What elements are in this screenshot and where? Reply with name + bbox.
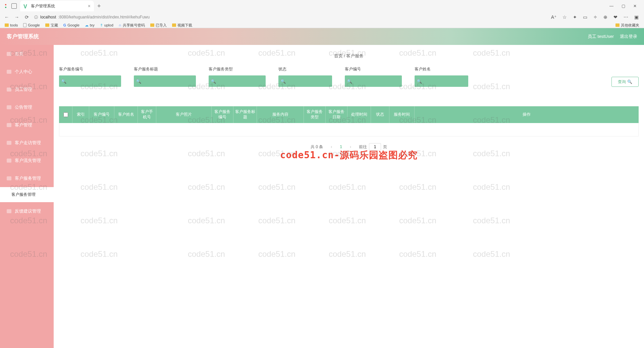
header-right: 员工 testUser 退出登录: [588, 34, 637, 40]
site-info-icon[interactable]: ⓘ: [34, 15, 38, 19]
search-input[interactable]: [143, 79, 194, 83]
select-all-checkbox[interactable]: [63, 112, 68, 117]
search-field-service-type: 客户服务类型 🔍: [209, 66, 266, 87]
url-host: localhost: [40, 15, 56, 19]
th-index: 索引: [72, 106, 89, 123]
search-input[interactable]: [288, 79, 338, 83]
bookmark-item[interactable]: 已导入: [150, 23, 167, 28]
forward-button[interactable]: →: [13, 14, 20, 20]
extensions-icon[interactable]: ✦: [573, 14, 577, 20]
th-service-title: 客户服务标题: [233, 106, 257, 123]
favorite-icon[interactable]: ☆: [562, 14, 567, 20]
search-input-wrap[interactable]: 🔍: [59, 75, 121, 87]
downloads-icon[interactable]: ⊕: [603, 14, 607, 20]
sidebar-item-customer[interactable]: 客户管理: [0, 116, 54, 134]
th-service-date: 客户服务日期: [326, 106, 347, 123]
search-icon: 🔍: [280, 79, 286, 84]
pagination-total: 共 0 条: [311, 144, 323, 150]
page-number[interactable]: 1: [340, 144, 342, 149]
tab-title: 客户管理系统: [31, 3, 55, 9]
new-tab-button[interactable]: +: [97, 3, 101, 10]
sidebar-subitem-service-manage[interactable]: 客户服务管理: [0, 187, 54, 202]
collections-icon[interactable]: ▭: [583, 14, 587, 20]
search-input-wrap[interactable]: 🔍: [345, 75, 402, 87]
bookmark-item[interactable]: ∩共享账号密码: [119, 23, 145, 28]
sidebar-item-visit[interactable]: 客户走访管理: [0, 134, 54, 152]
bookmark-item[interactable]: ⇑uplod: [100, 23, 113, 27]
next-page-button[interactable]: ›: [347, 143, 354, 151]
search-label: 状态: [278, 66, 332, 72]
query-button[interactable]: 查询🔍: [611, 77, 639, 87]
th-select-all[interactable]: [59, 106, 72, 123]
page-jump-input[interactable]: [369, 143, 381, 151]
breadcrumb-home[interactable]: 首页: [334, 53, 343, 58]
th-customer-photo: 客户照片: [156, 106, 212, 123]
sidebar-toggle-icon[interactable]: ▣: [634, 14, 639, 20]
folder-icon: [615, 23, 620, 27]
bookmark-item[interactable]: Google: [23, 23, 40, 27]
back-button[interactable]: ←: [3, 14, 10, 20]
overlay-text: code51.cn-源码乐园盗图必究: [280, 149, 418, 162]
bookmarks-bar: tools Google 宝藏 GGoogle ☁txy ⇑uplod ∩共享账…: [0, 22, 644, 28]
browser-tab[interactable]: V 客户管理系统 ×: [20, 1, 94, 11]
bookmark-item[interactable]: tools: [5, 23, 18, 27]
search-icon: 🔍: [211, 79, 216, 84]
search-icon: 🔍: [347, 79, 352, 84]
workspace-icon[interactable]: [11, 3, 17, 9]
search-icon: 🔍: [61, 79, 66, 84]
th-customer-no: 客户编号: [89, 106, 114, 123]
sidebar-item-notice[interactable]: 公告管理: [0, 98, 54, 116]
sidebar: 首页 个人中心 员工管理 公告管理 客户管理 客户走访管理 客户流失管理 客户服…: [0, 45, 54, 348]
vue-favicon-icon: V: [23, 4, 28, 8]
text-size-icon[interactable]: A⁺: [551, 14, 556, 20]
address-bar[interactable]: ⓘ localhost:8080/kehuguanli/admin/dist/i…: [34, 15, 548, 19]
tab-close-icon[interactable]: ×: [88, 3, 91, 9]
maximize-button[interactable]: ▢: [622, 4, 625, 8]
logout-link[interactable]: 退出登录: [620, 34, 637, 40]
reading-list-icon[interactable]: ✧: [593, 14, 597, 20]
search-input-wrap[interactable]: 🔍: [415, 75, 468, 87]
sidebar-item-profile[interactable]: 个人中心: [0, 63, 54, 80]
th-service-content: 服务内容: [257, 106, 304, 123]
table-header: 索引 客户编号 客户姓名 客户手机号 客户照片 客户服务编号 客户服务标题 服务…: [59, 106, 639, 123]
sidebar-item-loss[interactable]: 客户流失管理: [0, 152, 54, 169]
search-input-wrap[interactable]: 🔍: [278, 75, 332, 87]
sidebar-item-home[interactable]: 首页: [0, 45, 54, 63]
search-input[interactable]: [354, 79, 405, 83]
performance-icon[interactable]: ❤: [613, 14, 618, 20]
bookmark-item[interactable]: GGoogle: [63, 23, 79, 27]
search-label: 客户编号: [345, 66, 402, 72]
th-service-time: 服务时间: [389, 106, 415, 123]
th-customer-phone: 客户手机号: [138, 106, 156, 123]
search-input[interactable]: [218, 79, 268, 83]
toolbar-icons: A⁺ ☆ ✦ ▭ ✧ ⊕ ❤ ⋯ ▣: [551, 14, 639, 20]
th-state: 状态: [371, 106, 389, 123]
more-icon[interactable]: ⋯: [624, 14, 628, 20]
search-field-customer-name: 客户姓名 🔍: [415, 66, 468, 87]
search-input-wrap[interactable]: 🔍: [134, 75, 196, 87]
address-row: ← → ⟳ ⓘ localhost:8080/kehuguanli/admin/…: [0, 12, 644, 22]
tab-strip: V 客户管理系统 × + — ▢ ✕: [0, 0, 644, 12]
search-input[interactable]: [424, 79, 474, 83]
sidebar-item-staff[interactable]: 员工管理: [0, 80, 54, 98]
table-body: [59, 123, 639, 136]
search-input-wrap[interactable]: 🔍: [209, 75, 266, 87]
bookmark-item[interactable]: 视频下载: [172, 23, 192, 28]
page-jump: 前往 页: [359, 143, 387, 151]
bookmark-item[interactable]: ☁txy: [85, 23, 95, 27]
th-handle-time: 处理时间: [347, 106, 371, 123]
sidebar-item-feedback[interactable]: 反馈建议管理: [0, 202, 54, 220]
close-window-button[interactable]: ✕: [633, 4, 637, 8]
minimize-button[interactable]: —: [609, 4, 613, 8]
reload-button[interactable]: ⟳: [23, 14, 30, 20]
prev-page-button[interactable]: ‹: [328, 143, 335, 151]
window-controls: — ▢ ✕: [609, 4, 641, 8]
search-input[interactable]: [68, 79, 119, 83]
bookmark-item[interactable]: 宝藏: [45, 23, 58, 28]
search-label: 客户服务编号: [59, 66, 121, 72]
bookmark-other-folder[interactable]: 其他收藏夹: [615, 23, 639, 28]
folder-icon: [150, 23, 154, 27]
search-field-service-no: 客户服务编号 🔍: [59, 66, 121, 87]
user-info[interactable]: 员工 testUser: [588, 34, 614, 40]
sidebar-item-service[interactable]: 客户服务管理: [0, 169, 54, 187]
